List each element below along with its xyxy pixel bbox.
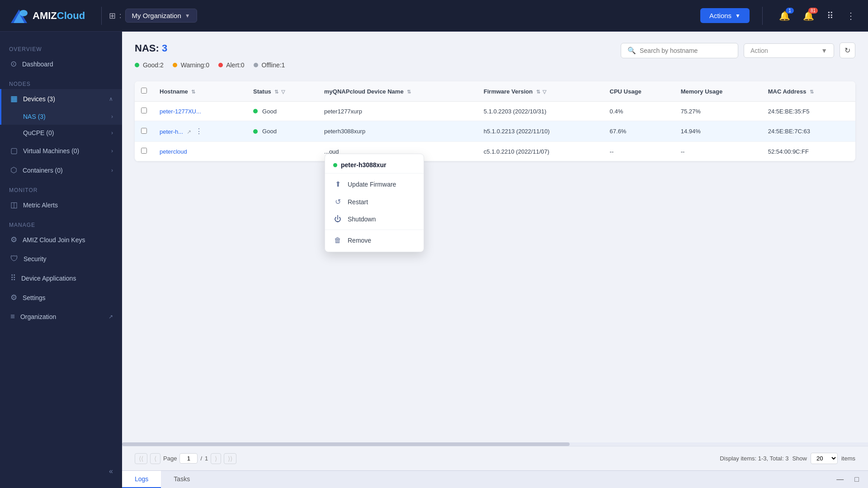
sidebar-item-virtual-machines[interactable]: ▢ Virtual Machines (0) › — [0, 141, 122, 160]
row1-memory-cell: 75.27% — [675, 102, 762, 121]
firmware-filter-icon[interactable]: ▽ — [542, 89, 546, 94]
show-label: Show — [792, 455, 807, 462]
row2-firmware-cell: h5.1.0.2213 (2022/11/10) — [477, 121, 604, 142]
display-info: Display items: 1-3, Total: 3 Show 20 10 … — [720, 453, 855, 464]
context-shutdown-label: Shutdown — [348, 216, 376, 223]
sidebar-item-qucpe[interactable]: QuCPE (0) › — [0, 125, 122, 141]
alert-badge: 81 — [808, 8, 818, 14]
maximize-window-button[interactable]: □ — [851, 474, 863, 485]
sidebar-dashboard-label: Dashboard — [22, 61, 53, 68]
minimize-window-button[interactable]: — — [833, 474, 847, 485]
alert-bell-button[interactable]: 🔔 81 — [799, 9, 818, 23]
row2-status: Good — [253, 128, 311, 135]
sidebar-join-keys-label: AMIZ Cloud Join Keys — [23, 236, 85, 244]
mac-header-label: MAC Address — [768, 88, 807, 95]
next-page-button[interactable]: ⟩ — [211, 453, 221, 464]
context-status-dot — [333, 163, 337, 167]
row2-status-dot — [253, 129, 258, 134]
sidebar-collapse-button[interactable]: « — [0, 462, 122, 481]
last-page-button[interactable]: ⟩⟩ — [224, 453, 236, 464]
organization-icon: ≡ — [10, 312, 15, 321]
action-dropdown-chevron-icon: ▼ — [821, 47, 827, 54]
action-dropdown[interactable]: Action ▼ — [744, 43, 834, 58]
tab-logs[interactable]: Logs — [122, 471, 161, 488]
row3-status-cell — [247, 142, 318, 161]
page-input[interactable] — [179, 453, 198, 464]
content-area: NAS: 3 Good:2 Warning:0 — [122, 32, 868, 488]
row2-external-link-icon[interactable]: ↗ — [187, 129, 191, 135]
status-offline: Offline:1 — [254, 61, 285, 69]
logs-tab-label: Logs — [135, 475, 148, 483]
row2-more-options-icon[interactable]: ⋮ — [193, 127, 205, 136]
row2-hostname-link[interactable]: peter-h... — [160, 128, 183, 135]
th-device-name: myQNAPcloud Device Name ⇅ — [318, 81, 477, 102]
sidebar-security-label: Security — [24, 255, 47, 263]
sidebar-item-nas[interactable]: NAS (3) › — [0, 108, 122, 125]
context-restart[interactable]: ↺ Restart — [325, 193, 424, 211]
nodes-section-label: Nodes — [0, 77, 122, 89]
sidebar-item-settings[interactable]: ⚙ Settings — [0, 288, 122, 307]
header-divider-2 — [762, 7, 763, 25]
vm-chevron-icon: › — [111, 148, 113, 154]
external-link-icon: ↗ — [108, 314, 113, 320]
status-sort-icon[interactable]: ⇅ — [274, 89, 278, 94]
sidebar-item-organization[interactable]: ≡ Organization ↗ — [0, 307, 122, 326]
sidebar-item-dashboard[interactable]: ⊙ Dashboard — [0, 54, 122, 74]
apps-grid-button[interactable]: ⠿ — [823, 9, 837, 23]
firmware-header-label: Firmware Version — [484, 88, 533, 95]
context-remove[interactable]: 🗑 Remove — [325, 232, 424, 249]
context-update-firmware[interactable]: ⬆ Update Firmware — [325, 175, 424, 193]
more-options-button[interactable]: ⋮ — [843, 9, 859, 23]
sidebar-item-devices[interactable]: ▦ Devices (3) ∧ — [0, 89, 122, 108]
sidebar-item-device-apps[interactable]: ⠿ Device Applications — [0, 268, 122, 288]
row3-firmware-cell: c5.1.0.2210 (2022/11/07) — [477, 142, 604, 161]
status-filter-icon[interactable]: ▽ — [281, 89, 285, 94]
nas-table: Hostname ⇅ Status ⇅ ▽ myQNAPcloud Device… — [135, 81, 855, 161]
notification-bell-button[interactable]: 🔔 1 — [775, 9, 794, 23]
table-row: petercloud ...oud c5.1.0.2210 (2022/11/0… — [135, 142, 855, 161]
update-firmware-icon: ⬆ — [333, 180, 342, 188]
th-cpu: CPU Usage — [604, 81, 675, 102]
device-sort-icon[interactable]: ⇅ — [407, 89, 411, 94]
context-menu-header: peter-h3088xur — [325, 157, 424, 174]
row1-checkbox[interactable] — [141, 108, 147, 113]
hostname-sort-icon[interactable]: ⇅ — [191, 89, 195, 94]
row3-hostname-link[interactable]: petercloud — [160, 148, 187, 155]
row1-hostname-link[interactable]: peter-1277XU... — [160, 108, 201, 115]
pagination-bar: ⟨⟨ ⟨ Page / 1 ⟩ ⟩⟩ Display items: 1-3, T… — [122, 446, 868, 470]
tab-tasks[interactable]: Tasks — [161, 471, 203, 488]
first-page-button[interactable]: ⟨⟨ — [135, 453, 147, 464]
row1-checkbox-cell — [135, 102, 153, 121]
sidebar-item-join-keys[interactable]: ⚙ AMIZ Cloud Join Keys — [0, 230, 122, 249]
table-header-row: Hostname ⇅ Status ⇅ ▽ myQNAPcloud Device… — [135, 81, 855, 102]
select-all-checkbox[interactable] — [141, 88, 147, 94]
row2-checkbox[interactable] — [141, 128, 147, 134]
prev-page-button[interactable]: ⟨ — [150, 453, 160, 464]
sidebar-item-metric-alerts[interactable]: ◫ Metric Alerts — [0, 195, 122, 215]
search-input[interactable] — [640, 47, 731, 54]
row3-checkbox[interactable] — [141, 148, 147, 154]
status-good: Good:2 — [135, 61, 164, 69]
org-name: My Organization — [132, 12, 181, 19]
horizontal-scrollbar[interactable] — [122, 442, 868, 446]
content-main: NAS: 3 Good:2 Warning:0 — [122, 32, 868, 442]
sidebar-item-security[interactable]: 🛡 Security — [0, 249, 122, 268]
hostname-header-label: Hostname — [160, 88, 188, 95]
memory-header-label: Memory Usage — [681, 88, 722, 95]
status-header-label: Status — [253, 88, 271, 95]
actions-button[interactable]: Actions ▼ — [700, 8, 750, 23]
context-shutdown[interactable]: ⏻ Shutdown — [325, 211, 424, 228]
top-header: AMIZ Cloud ⊞ : My Organization ▼ Actions… — [0, 0, 868, 32]
refresh-button[interactable]: ↻ — [840, 42, 855, 58]
svg-point-2 — [19, 10, 28, 16]
dashboard-icon: ⊙ — [10, 59, 17, 69]
firmware-sort-icon[interactable]: ⇅ — [536, 89, 540, 94]
show-select[interactable]: 20 10 50 100 — [811, 453, 838, 464]
mac-sort-icon[interactable]: ⇅ — [810, 89, 814, 94]
row3-cpu-cell: -- — [604, 142, 675, 161]
scrollbar-thumb[interactable] — [122, 442, 570, 446]
org-selector-button[interactable]: My Organization ▼ — [125, 9, 197, 23]
sidebar-item-containers[interactable]: ⬡ Containers (0) › — [0, 160, 122, 180]
row1-mac-cell: 24:5E:BE:35:F5 — [762, 102, 855, 121]
offline-dot — [254, 63, 258, 67]
